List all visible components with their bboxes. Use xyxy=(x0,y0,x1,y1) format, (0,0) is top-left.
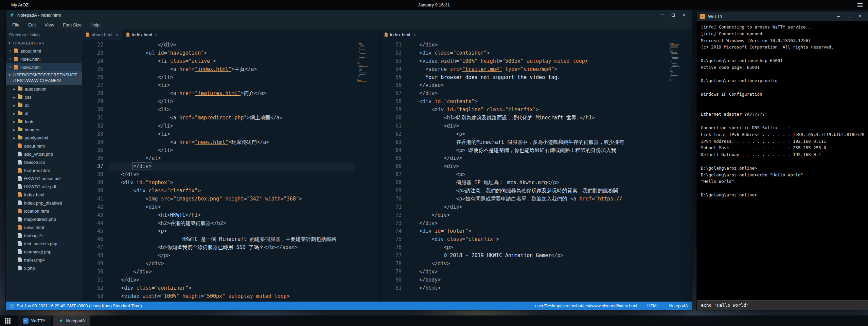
code-line[interactable]: <div> xyxy=(407,162,667,171)
code-line[interactable]: </div> xyxy=(407,41,667,49)
minimize-button[interactable] xyxy=(657,11,667,19)
file-item[interactable]: about.html xyxy=(6,142,82,150)
code-line[interactable]: <div id="contents"> xyxy=(407,98,667,106)
close-icon[interactable]: × xyxy=(116,32,118,37)
close-icon[interactable]: × xyxy=(413,32,416,37)
close-button[interactable]: × xyxy=(855,13,865,20)
close-icon[interactable]: × xyxy=(155,32,158,37)
close-button[interactable]: × xyxy=(679,11,689,19)
file-item[interactable]: news.html xyxy=(6,223,82,231)
code-line[interactable]: </div> xyxy=(109,260,354,268)
code-line[interactable]: </div> xyxy=(109,162,354,171)
code-line[interactable]: <div class="container"> xyxy=(109,284,354,292)
code-line[interactable]: <a href="features.html">簡介</a> xyxy=(109,90,354,98)
code-line[interactable]: </li> xyxy=(109,98,354,106)
code-line[interactable]: <a href="news.html">玩家傳送門</a> xyxy=(109,138,354,147)
code-line[interactable]: </div> xyxy=(109,276,354,284)
notepada-titlebar[interactable]: NotepadA - index.html × xyxy=(6,10,692,20)
minimize-button[interactable] xyxy=(834,13,843,20)
code-line[interactable]: </body> xyxy=(407,276,667,284)
code-line[interactable]: <a href="index.html">主頁</a> xyxy=(109,65,354,74)
code-line[interactable]: <div id="footer"> xyxy=(407,227,667,235)
menu-view[interactable]: View xyxy=(40,20,58,30)
code-line[interactable]: <p>如有問題或需要申請白名單，歡迎加入我們的 <a href="https:/… xyxy=(407,195,667,203)
code-line[interactable]: </div> xyxy=(407,260,667,268)
code-line[interactable]: <div id="tagline" class="clearfix"> xyxy=(407,106,667,114)
code-line[interactable]: </div> xyxy=(407,219,667,228)
file-item[interactable]: mapredirect.php xyxy=(6,215,82,223)
taskbar-item-notepada[interactable]: NotepadA xyxy=(53,315,91,326)
code-line[interactable]: <li> xyxy=(109,81,354,90)
code-line[interactable]: <ul id="navigation"> xyxy=(109,49,354,57)
code-line[interactable]: Your browser does not support the video … xyxy=(407,74,667,82)
code-line[interactable]: <p> xyxy=(407,130,667,138)
code-line[interactable]: <video width="100%" height="500px" autop… xyxy=(109,292,354,301)
folder-item[interactable]: ▸dc xyxy=(6,101,82,109)
code-line[interactable]: <p> xyxy=(407,244,667,252)
code-line[interactable]: </div> xyxy=(109,268,354,276)
code-line[interactable]: <a href="mapredirect.php">網上地圖</a> xyxy=(109,114,354,122)
code-line[interactable]: <li> xyxy=(109,130,354,138)
code-line[interactable]: </html> xyxy=(407,284,667,292)
code-line[interactable]: <div class="clearfix"> xyxy=(407,235,667,244)
system-brand[interactable]: My ArOZ xyxy=(11,2,29,7)
code-line[interactable]: HKWTC 是一個 Minecraft 的建築伺服器，主要建築計劃包括鐵路 xyxy=(109,235,354,244)
file-item[interactable]: HKWTC notice.pdf xyxy=(6,174,82,183)
code-line[interactable]: 伺服器 IP 地址為： mcs.hkwtc.org</p> xyxy=(407,179,667,187)
code-line[interactable]: <h1>特別為建築及鐵路而設，現代化的 Minecraft 世界.</h1> xyxy=(407,114,667,122)
close-icon[interactable]: × xyxy=(9,49,14,53)
code-line[interactable]: </div> xyxy=(407,203,667,211)
code-line[interactable]: </div> xyxy=(109,171,354,179)
code-line[interactable]: </li> xyxy=(109,74,354,82)
terminal-output[interactable]: [info] Conencting to arozos WsTTY servic… xyxy=(697,21,868,300)
editor-tab-about.html[interactable]: about.html× xyxy=(82,30,122,40)
close-icon[interactable]: × xyxy=(9,57,14,61)
code-editor[interactable]: </div> <ul id="navigation"> <li class="a… xyxy=(109,41,354,302)
file-item[interactable]: location.html xyxy=(6,207,82,215)
code-line[interactable]: </li> xyxy=(109,122,354,130)
code-line[interactable]: <h2>香港的建築伺服器</h2> xyxy=(109,219,354,228)
code-line[interactable]: </p> xyxy=(109,252,354,260)
workspace-root[interactable]: ▾ USER/DESKTOP/SCREENSHOT /TEST/WWW CLEA… xyxy=(6,71,82,85)
code-line[interactable]: <div class="clearfix"> xyxy=(109,187,354,195)
minimap[interactable] xyxy=(356,42,376,302)
folder-item[interactable]: ▸fonts xyxy=(6,117,82,126)
folder-item[interactable]: ▸dl xyxy=(6,109,82,117)
file-item[interactable]: teabag.7z xyxy=(6,231,82,239)
folder-item[interactable]: ▸yamlyamlmi xyxy=(6,134,82,142)
code-line[interactable]: <li class="active"> xyxy=(109,57,354,65)
editor-tab-index.html[interactable]: index.html× xyxy=(380,30,420,40)
code-line[interactable]: <p> xyxy=(407,171,667,179)
file-item[interactable]: trailer.mp4 xyxy=(6,256,82,264)
wstty-titlebar[interactable]: >_ WsTTY × xyxy=(697,12,868,21)
code-line[interactable]: <h1>HKWTC</h1> xyxy=(109,211,354,219)
open-editor-item[interactable]: ×index.html xyxy=(6,55,82,63)
status-language[interactable]: HTML xyxy=(647,304,659,308)
open-editors-header[interactable]: ▾ OPEN EDITORS xyxy=(6,39,82,47)
file-item[interactable]: index.php_disabled xyxy=(6,199,82,207)
menu-help[interactable]: Help xyxy=(86,20,104,30)
file-item[interactable]: add_vhost.php xyxy=(6,150,82,158)
file-item[interactable]: favicon.ico xyxy=(6,158,82,166)
code-line[interactable]: <video width="100%" height="500px" autop… xyxy=(407,57,667,65)
code-line[interactable]: </video> xyxy=(407,81,667,90)
code-line[interactable]: </li> xyxy=(109,147,354,155)
folder-item[interactable]: ▸css xyxy=(6,93,82,101)
editor-tab-index.html[interactable]: index.html× xyxy=(122,30,162,40)
menu-file[interactable]: File xyxy=(8,20,24,30)
file-item[interactable]: HKWTC rule.pdf xyxy=(6,183,82,191)
code-line[interactable]: <b>你知道我們全線伺服器已轉用 SSD 了嗎？</b></span> xyxy=(109,244,354,252)
code-line[interactable]: <img src="images/box.png" height="342" w… xyxy=(109,195,354,203)
code-line[interactable]: <div> xyxy=(407,122,667,130)
file-item[interactable]: testmysql.php xyxy=(6,248,82,256)
code-line[interactable]: </ul> xyxy=(109,154,354,162)
file-item[interactable]: x.php xyxy=(6,264,82,272)
code-line[interactable]: <div> xyxy=(109,203,354,211)
code-line[interactable]: <div id="topbox"> xyxy=(109,179,354,187)
folder-item[interactable]: ▸autostation xyxy=(6,85,82,93)
code-line[interactable]: </div> xyxy=(407,90,667,98)
file-item[interactable]: index.html xyxy=(6,191,82,199)
code-line[interactable]: <source src="trailer.mp4" type="video/mp… xyxy=(407,65,667,74)
minimap[interactable] xyxy=(669,42,689,302)
code-line[interactable]: <p>請注意，我們的伺服器為確保玩家及遊玩時的質素，我們對的服務開 xyxy=(407,187,667,195)
